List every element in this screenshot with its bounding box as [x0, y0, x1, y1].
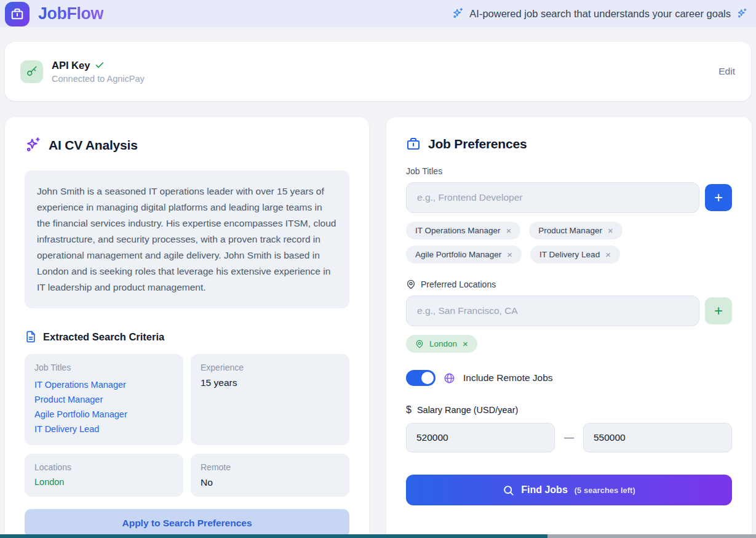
job-title-input[interactable]: [406, 182, 699, 213]
api-key-status: Connected to AgnicPay: [52, 74, 145, 84]
job-title-tag: IT Delivery Lead ×: [530, 246, 620, 263]
find-jobs-button[interactable]: Find Jobs (5 searches left): [406, 475, 732, 505]
remove-tag-button[interactable]: ×: [605, 250, 611, 259]
job-preferences-card: Job Preferences Job Titles + IT Operatio…: [386, 117, 752, 538]
horizontal-scrollbar[interactable]: [0, 534, 756, 538]
remove-tag-button[interactable]: ×: [608, 226, 613, 235]
tag-label: London: [429, 339, 457, 348]
globe-icon: [444, 372, 455, 384]
include-remote-toggle[interactable]: [406, 370, 436, 386]
criteria-title: Extracted Search Criteria: [43, 331, 164, 343]
job-title-tag: Product Manager ×: [529, 222, 622, 239]
dollar-icon: $: [406, 404, 412, 416]
criteria-job-title-link[interactable]: Product Manager: [34, 392, 173, 407]
salary-max-input[interactable]: [583, 423, 732, 452]
job-title-tag: Agile Portfolio Manager ×: [406, 246, 522, 263]
criteria-job-title-link[interactable]: IT Delivery Lead: [34, 422, 173, 436]
criteria-experience-box: Experience 15 years: [191, 354, 349, 445]
edit-api-key-button[interactable]: Edit: [718, 66, 735, 77]
criteria-locations-value: London: [34, 477, 173, 487]
tag-label: Agile Portfolio Manager: [415, 250, 501, 259]
map-pin-icon: [406, 279, 416, 289]
briefcase-icon: [406, 137, 421, 151]
cv-analysis-title: AI CV Analysis: [49, 138, 138, 153]
cv-analysis-card: AI CV Analysis John Smith is a seasoned …: [5, 117, 369, 538]
app-logo: [5, 2, 30, 26]
brand-title: JobFlow: [38, 4, 103, 23]
criteria-remote-label: Remote: [201, 462, 340, 472]
cv-summary: John Smith is a seasoned IT operations l…: [25, 171, 349, 308]
criteria-remote-value: No: [201, 477, 340, 488]
salary-range-label: Salary Range (USD/year): [417, 405, 518, 415]
job-title-tag: IT Operations Manager ×: [406, 222, 520, 239]
tag-label: IT Delivery Lead: [539, 250, 600, 259]
searches-left-badge: (5 searches left): [575, 486, 635, 495]
add-job-title-button[interactable]: +: [705, 184, 732, 211]
apply-to-search-preferences-button[interactable]: Apply to Search Preferences: [25, 509, 349, 537]
scrollbar-track: [547, 534, 756, 538]
location-input[interactable]: [406, 295, 699, 326]
criteria-locations-label: Locations: [34, 462, 173, 472]
plus-icon: +: [714, 303, 723, 318]
briefcase-icon: [10, 7, 24, 21]
remove-tag-button[interactable]: ×: [463, 339, 468, 348]
find-jobs-label: Find Jobs: [521, 484, 568, 496]
api-key-card: API Key Connected to AgnicPay Edit: [5, 42, 751, 101]
criteria-experience-value: 15 years: [201, 377, 340, 388]
app-window: JobFlow AI-powered job search that under…: [0, 0, 756, 538]
job-preferences-title: Job Preferences: [428, 137, 527, 151]
criteria-experience-label: Experience: [201, 363, 340, 372]
plus-icon: +: [714, 190, 723, 205]
sparkles-icon: [25, 137, 41, 153]
header-tagline: AI-powered job search that understands y…: [452, 7, 747, 20]
sparkles-icon: [452, 7, 464, 20]
criteria-job-title-link[interactable]: Agile Portfolio Manager: [34, 407, 173, 422]
tag-label: Product Manager: [538, 226, 602, 235]
scrollbar-thumb[interactable]: [0, 534, 547, 538]
job-title-tags: IT Operations Manager × Product Manager …: [406, 222, 732, 263]
criteria-job-titles-box: Job Titles IT Operations Manager Product…: [25, 354, 183, 445]
criteria-job-titles-label: Job Titles: [34, 363, 173, 372]
remove-tag-button[interactable]: ×: [506, 226, 512, 235]
key-icon-badge: [20, 60, 43, 83]
sparkles-icon: [736, 8, 747, 19]
salary-range-separator: —: [555, 432, 583, 443]
file-text-icon: [25, 331, 37, 343]
tagline-text: AI-powered job search that understands y…: [469, 8, 731, 20]
criteria-job-title-link[interactable]: IT Operations Manager: [34, 377, 173, 392]
toggle-knob: [421, 372, 434, 384]
key-icon: [26, 65, 38, 78]
map-pin-icon: [415, 340, 424, 348]
add-location-button[interactable]: +: [705, 297, 732, 324]
search-icon: [503, 484, 514, 496]
location-tags: London ×: [406, 335, 732, 353]
header: JobFlow AI-powered job search that under…: [0, 0, 756, 27]
remove-tag-button[interactable]: ×: [507, 250, 512, 259]
include-remote-label: Include Remote Jobs: [463, 372, 553, 383]
location-tag: London ×: [406, 335, 477, 353]
salary-min-input[interactable]: [406, 423, 555, 452]
job-titles-field-label: Job Titles: [406, 166, 732, 176]
check-icon: [95, 60, 105, 70]
api-key-title: API Key: [52, 60, 90, 71]
criteria-locations-box: Locations London: [25, 454, 183, 497]
tag-label: IT Operations Manager: [415, 226, 501, 235]
preferred-locations-label: Preferred Locations: [421, 279, 496, 289]
criteria-remote-box: Remote No: [191, 454, 349, 497]
